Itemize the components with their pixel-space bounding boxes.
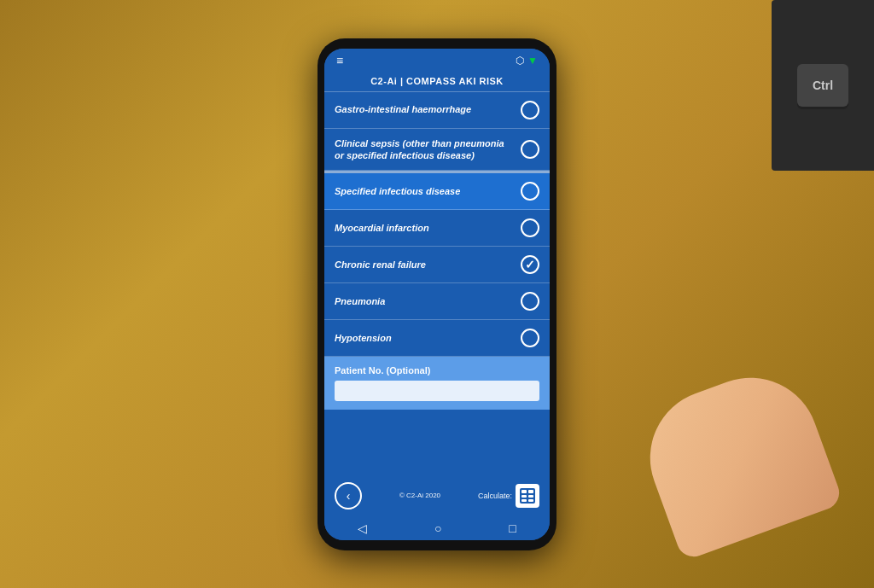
list-item-myocardial[interactable]: Myocardial infarction — [324, 210, 550, 247]
android-recent-button[interactable]: □ — [509, 521, 516, 535]
svg-rect-2 — [528, 490, 533, 493]
radio-pneumonia[interactable] — [521, 292, 539, 311]
scene: Ctrl ≡ ⬡ ▼ C2-Ai | COMPASS AKI RISK — [0, 0, 874, 588]
bluetooth-icon: ⬡ — [516, 55, 524, 67]
app-header: C2-Ai | COMPASS AKI RISK — [324, 71, 550, 92]
content-area: Gastro-intestinal haemorrhage Clinical s… — [324, 92, 550, 475]
android-home-button[interactable]: ○ — [434, 521, 441, 535]
patient-section: Patient No. (Optional) — [324, 357, 550, 410]
radio-myocardial[interactable] — [521, 218, 539, 237]
item-myocardial-label: Myocardial infarction — [335, 222, 521, 234]
hamburger-icon[interactable]: ≡ — [336, 54, 345, 67]
item-hypotension-label: Hypotension — [335, 332, 521, 344]
list-item-pneumonia[interactable]: Pneumonia — [324, 283, 550, 320]
status-bar: ≡ ⬡ ▼ — [324, 49, 550, 71]
keyboard-area: Ctrl — [772, 0, 874, 171]
list-item-hypotension[interactable]: Hypotension — [324, 320, 550, 357]
copyright-text: © C2-Ai 2020 — [399, 492, 440, 499]
item-gi-haemorrhage-label: Gastro-intestinal haemorrhage — [335, 103, 521, 115]
back-chevron-icon: ‹ — [347, 489, 351, 503]
list-item-gi-haemorrhage[interactable]: Gastro-intestinal haemorrhage — [324, 92, 550, 129]
svg-rect-4 — [528, 495, 533, 498]
calculator-icon[interactable] — [516, 484, 539, 508]
svg-rect-3 — [521, 495, 527, 498]
calculate-label: Calculate: — [478, 492, 512, 500]
ctrl-key: Ctrl — [797, 64, 848, 107]
app-title: C2-Ai | COMPASS AKI RISK — [370, 76, 504, 86]
svg-rect-1 — [521, 490, 527, 493]
radio-chronic-renal[interactable] — [521, 255, 539, 274]
radio-clinical-sepsis[interactable] — [521, 140, 539, 159]
calculate-button[interactable]: Calculate: — [478, 484, 539, 508]
radio-gi-haemorrhage[interactable] — [521, 101, 539, 119]
calc-svg — [520, 488, 535, 504]
phone-device: ≡ ⬡ ▼ C2-Ai | COMPASS AKI RISK Gastro-in… — [318, 38, 556, 550]
svg-rect-5 — [521, 499, 527, 502]
hand-overlay — [631, 358, 844, 562]
item-chronic-renal-label: Chronic renal failure — [335, 259, 521, 271]
back-button[interactable]: ‹ — [335, 482, 362, 509]
patient-no-input[interactable] — [335, 381, 539, 401]
android-back-button[interactable]: ◁ — [358, 521, 367, 535]
phone-screen: ≡ ⬡ ▼ C2-Ai | COMPASS AKI RISK Gastro-in… — [324, 49, 550, 540]
list-item-chronic-renal[interactable]: Chronic renal failure — [324, 247, 550, 283]
status-right: ⬡ ▼ — [516, 55, 538, 67]
list-item-specified-infectious[interactable]: Specified infectious disease — [324, 173, 550, 210]
item-clinical-sepsis-label: Clinical sepsis (other than pneumonia or… — [335, 137, 521, 162]
android-nav-bar: ◁ ○ □ — [324, 516, 550, 540]
svg-rect-6 — [528, 499, 533, 502]
item-specified-infectious-label: Specified infectious disease — [335, 185, 521, 197]
radio-specified-infectious[interactable] — [521, 182, 539, 201]
wifi-signal-icon: ▼ — [527, 55, 538, 67]
bottom-nav-bar: ‹ © C2-Ai 2020 Calculate: — [324, 475, 550, 516]
patient-no-label: Patient No. (Optional) — [335, 365, 539, 376]
status-left: ≡ — [336, 54, 345, 67]
list-item-clinical-sepsis[interactable]: Clinical sepsis (other than pneumonia or… — [324, 129, 550, 172]
item-pneumonia-label: Pneumonia — [335, 295, 521, 307]
radio-hypotension[interactable] — [521, 329, 539, 347]
